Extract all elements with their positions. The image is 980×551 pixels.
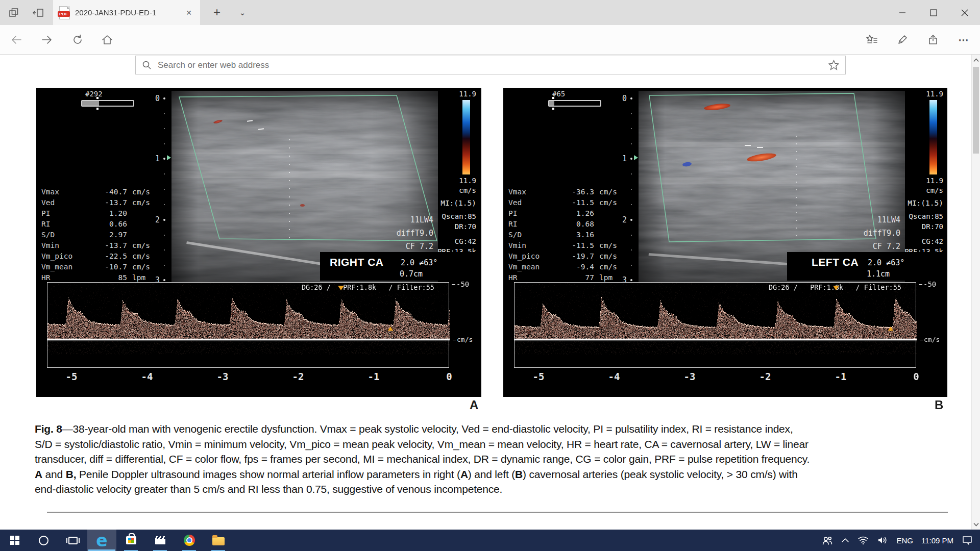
people-button[interactable]	[822, 535, 833, 545]
sample-depth: 1.1cm	[867, 269, 890, 279]
time-tick: -1	[835, 371, 847, 382]
forward-button[interactable]	[37, 32, 57, 47]
tab-title: 2020-JAN31-PDU-ED-1	[75, 8, 171, 17]
address-bar[interactable]	[135, 56, 846, 74]
layered-squares-icon	[9, 8, 19, 18]
mechanical-index: MI:(1.5)	[908, 199, 943, 207]
velocity-axis-unit: cm/s	[920, 336, 940, 343]
refresh-icon	[72, 34, 83, 45]
cortana-search-button[interactable]	[29, 530, 58, 551]
share-button[interactable]	[923, 32, 943, 47]
scroll-up-button[interactable]	[972, 56, 980, 64]
time-tick: -3	[684, 371, 696, 382]
figure-letter-b: B	[935, 398, 943, 412]
taskbar-store-button[interactable]	[116, 530, 145, 551]
task-view-icon	[68, 537, 78, 544]
taskbar-movies-button[interactable]	[145, 530, 175, 551]
maximize-icon	[928, 7, 939, 18]
caption-line: S/D = systolic/diastolic ratio, Vmin = m…	[35, 437, 810, 452]
window-maximize-button[interactable]	[918, 0, 949, 25]
forward-icon	[41, 34, 53, 45]
scrollbar-track[interactable]	[971, 55, 980, 530]
network-button[interactable]	[857, 536, 869, 545]
home-button[interactable]	[97, 32, 117, 47]
measurement-row: Vmax-36.3cm/s	[508, 187, 631, 197]
depth-mark: 1	[622, 154, 627, 163]
back-button[interactable]	[6, 32, 27, 47]
focal-zone-marker	[634, 155, 638, 160]
color-scale-unit: cm/s	[926, 186, 943, 194]
star-icon	[828, 60, 839, 70]
transducer-line: 11LW4	[834, 213, 900, 227]
measurement-row: Vmin-11.5cm/s	[508, 240, 631, 251]
language-indicator[interactable]: ENG	[896, 536, 913, 545]
caption-line: transducer, diff = differential, CF = co…	[35, 452, 810, 467]
new-tab-button[interactable]: +	[208, 4, 226, 20]
measurement-row: S/D2.97	[41, 230, 164, 240]
scroll-down-button[interactable]	[972, 520, 980, 529]
cine-progress-fill	[549, 101, 554, 106]
time-tick: -5	[533, 371, 545, 382]
window-minimize-button[interactable]	[887, 0, 918, 25]
notification-center-button[interactable]	[962, 535, 973, 545]
doppler-waveform	[514, 283, 917, 368]
caption-line: A and B, Penile Doppler ultrasound image…	[35, 467, 810, 482]
refresh-button[interactable]	[67, 32, 88, 47]
scroll-thumb[interactable]	[973, 67, 979, 154]
start-button[interactable]	[0, 530, 29, 551]
velocity-axis-label: -50	[452, 280, 469, 288]
more-button[interactable]: ⋯	[953, 32, 974, 47]
time-tick: -2	[760, 371, 771, 382]
color-scale-bar	[462, 100, 470, 174]
cine-frame-number: #292	[85, 90, 103, 98]
measurement-row: PI1.20	[41, 208, 164, 219]
set-tabs-aside-button[interactable]	[30, 5, 47, 20]
vessel-label: RIGHT CA	[330, 256, 384, 268]
volume-button[interactable]	[877, 536, 888, 545]
tab-dropdown-button[interactable]: ⌄	[234, 5, 251, 20]
cine-progress-bar	[81, 100, 134, 107]
microsoft-store-icon	[126, 536, 136, 544]
window-close-button[interactable]	[949, 0, 980, 25]
clock[interactable]: 11:09 PM	[921, 536, 953, 545]
tab-preview-button[interactable]	[5, 5, 22, 20]
cortana-circle-icon	[39, 536, 48, 545]
caliper-mark	[745, 145, 751, 146]
pdf-file-icon: PDF	[59, 6, 70, 19]
arrow-into-panel-icon	[33, 8, 44, 18]
color-scale-unit: cm/s	[459, 186, 476, 194]
chevron-up-icon	[841, 537, 849, 543]
add-favorite-button[interactable]	[828, 60, 839, 70]
measurement-table: Vmax-36.3cm/sVed-11.5cm/sPI1.26RI0.68S/D…	[508, 187, 631, 283]
address-input[interactable]	[157, 60, 828, 71]
taskbar-edge-button[interactable]: e	[87, 530, 116, 551]
web-note-button[interactable]	[892, 32, 913, 47]
acquisition-line: DR:70	[437, 221, 476, 232]
depth-mark: 1	[155, 154, 160, 163]
caption-line: Fig. 8—38-year-old man with venogenic er…	[35, 421, 810, 437]
navigation-bar: ⋯	[0, 25, 980, 55]
wifi-icon	[857, 536, 869, 545]
color-scale-bar	[929, 100, 937, 174]
browser-tab[interactable]: PDF 2020-JAN31-PDU-ED-1 ✕	[53, 0, 200, 25]
acquisition-line: DR:70	[904, 221, 943, 232]
sample-depth: 0.7cm	[400, 269, 423, 279]
close-icon	[959, 7, 970, 18]
minimize-icon	[897, 7, 908, 18]
tray-chevron-button[interactable]	[841, 537, 849, 543]
windows-logo-icon	[10, 536, 19, 545]
chrome-icon	[184, 535, 195, 546]
hub-button[interactable]	[862, 32, 882, 47]
time-tick: -4	[608, 371, 620, 382]
spectral-doppler-display: DG:26 / PRF:1.8k / Filter:55	[47, 282, 449, 368]
task-view-button[interactable]	[58, 530, 87, 551]
taskbar-chrome-button[interactable]	[175, 530, 204, 551]
vessel-label: LEFT CA	[812, 256, 859, 268]
chevron-down-icon	[973, 522, 979, 527]
doppler-angle: 2.0 ≠63°	[868, 258, 904, 267]
taskbar-file-explorer-button[interactable]	[204, 530, 233, 551]
tab-close-button[interactable]: ✕	[184, 8, 194, 18]
measurement-row: Vm_mean-10.7cm/s	[41, 262, 164, 272]
focal-zone-marker	[167, 155, 171, 160]
ultrasound-panel-right-ca: #292 0123	[36, 88, 481, 397]
